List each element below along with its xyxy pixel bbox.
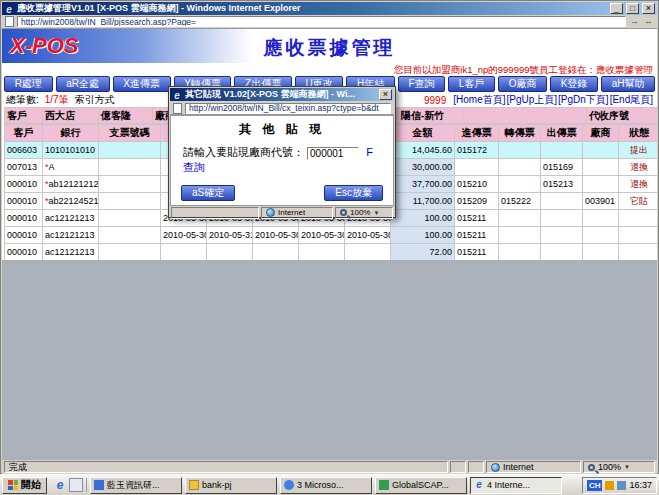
magnifier-icon [588, 464, 595, 471]
menu-button-9[interactable]: L客戶 [448, 76, 495, 92]
filter-extra-value: 9999 [424, 95, 446, 106]
chevron-down-icon: ▼ [373, 208, 379, 218]
menu-button-1[interactable]: R處理 [4, 76, 53, 92]
table-cell: 30,000.00 [391, 159, 455, 176]
address-input[interactable] [17, 16, 626, 27]
taskbar-button[interactable]: 藍玉資訊研... [90, 477, 182, 494]
clock: 16:37 [629, 480, 652, 490]
table-cell: 000010 [5, 176, 43, 193]
table-cell: 100.00 [391, 210, 455, 227]
dialog-buttons: aS確定 Esc放棄 [181, 185, 383, 201]
nav-link-4[interactable]: [End尾頁] [610, 94, 653, 105]
column-header: 轉傳票 [499, 125, 541, 142]
zoom-control[interactable]: 100% ▼ [583, 461, 655, 473]
dialog-close-button[interactable] [379, 89, 392, 100]
table-cell [619, 227, 658, 244]
start-button[interactable]: 開始 [2, 477, 47, 494]
nav-link-2[interactable]: [PgUp上頁] [506, 94, 557, 105]
discount-dialog: 其它貼現 V1.02[X-POS 雲端商務網] - Wi... 其 他 貼 現 … [168, 86, 396, 218]
column-header: 銀行 [43, 125, 99, 142]
refresh-icon[interactable]: ↔ [643, 16, 654, 27]
table-row[interactable]: 000010ac1212121372.00015211 [5, 244, 658, 261]
tray-icon[interactable] [605, 481, 614, 490]
taskbar-button[interactable]: bank-pj [185, 477, 277, 494]
table-cell: 000010 [5, 210, 43, 227]
table-cell: 退換 [619, 176, 658, 193]
nav-links: [Home首頁][PgUp上頁][PgDn下頁][End尾頁] [452, 93, 653, 107]
table-cell [99, 142, 161, 159]
table-cell [619, 210, 658, 227]
table-cell [99, 159, 161, 176]
table-cell [299, 244, 345, 261]
taskbar-tasks: 藍玉資訊研...bank-pj3 Microso...GlobalSCAP...… [90, 477, 579, 494]
table-cell: 015211 [455, 210, 499, 227]
maximize-button[interactable] [626, 3, 639, 14]
cancel-button[interactable]: Esc放棄 [324, 185, 383, 201]
column-header: 客戶 [5, 125, 43, 142]
tray-icon[interactable] [617, 481, 626, 490]
column-header: 金額 [391, 125, 455, 142]
dialog-prompt-row: 請輸入要貼現廠商代號： F查詢 [183, 145, 383, 175]
dialog-address-bar [170, 102, 394, 115]
index-mode-label: 索引方式 [75, 93, 115, 107]
taskbar-button-label: 4 Interne... [487, 480, 530, 490]
menu-button-8[interactable]: F查詢 [398, 76, 445, 92]
table-cell [99, 210, 161, 227]
vendor-code-input[interactable] [307, 147, 359, 160]
taskbar-button[interactable]: GlobalSCAP... [375, 477, 467, 494]
taskbar-button[interactable]: 4 Interne... [470, 477, 562, 494]
table-cell: 2010-05-30 [161, 227, 207, 244]
nav-link-3[interactable]: [PgDn下頁] [558, 94, 609, 105]
close-button[interactable] [642, 3, 655, 14]
minimize-button[interactable] [610, 3, 623, 14]
main-window: 應收票據管理V1.01 [X-POS 雲端商務網] - Windows Inte… [0, 0, 659, 474]
taskbar-button-label: 3 Microso... [297, 480, 344, 490]
dialog-heading: 其 他 貼 現 [171, 121, 393, 138]
status-pane [450, 461, 466, 473]
nav-link-1[interactable]: [Home首頁] [453, 94, 505, 105]
menu-button-2[interactable]: aR全處 [56, 76, 110, 92]
menu-button-3[interactable]: X進傳票 [113, 76, 171, 92]
dialog-body: 其 他 貼 現 請輸入要貼現廠商代號： F查詢 aS確定 Esc放棄 [170, 115, 394, 206]
taskbar-button-label: bank-pj [202, 480, 232, 490]
status-bar: 完成 Internet 100% ▼ [2, 460, 657, 474]
dialog-address-input[interactable] [185, 103, 391, 114]
menu-button-10[interactable]: O廠商 [498, 76, 547, 92]
table-cell: 2010-05-30 [345, 227, 391, 244]
ie-quicklaunch-icon[interactable] [53, 478, 67, 492]
ie-icon [172, 90, 182, 100]
table-cell [583, 244, 619, 261]
modified-marker: * [45, 162, 49, 172]
table-cell [619, 244, 658, 261]
go-icon[interactable]: → [629, 16, 640, 27]
column-header: 廠商 [583, 125, 619, 142]
menu-button-11[interactable]: K登錄 [550, 76, 598, 92]
confirm-button[interactable]: aS確定 [181, 185, 235, 201]
ie-icon [474, 480, 484, 490]
table-cell [99, 176, 161, 193]
table-cell: 14,045.60 [391, 142, 455, 159]
table-cell: 000010 [5, 227, 43, 244]
dialog-title: 其它貼現 V1.02[X-POS 雲端商務網] - Wi... [185, 88, 376, 101]
table-cell [99, 227, 161, 244]
table-cell: 72.00 [391, 244, 455, 261]
menu-button-12[interactable]: aH幫助 [601, 76, 655, 92]
table-cell: 015210 [455, 176, 499, 193]
table-cell: *ab12121212 [43, 176, 99, 193]
table-cell: 100.00 [391, 227, 455, 244]
zoom-level: 100% [598, 462, 621, 472]
record-count-value: 1/7筆 [45, 93, 69, 107]
table-cell [541, 193, 583, 210]
language-indicator[interactable]: CH [587, 480, 603, 491]
dialog-zoom-control[interactable]: 100% ▼ [335, 207, 393, 219]
screen: 應收票據管理V1.01 [X-POS 雲端商務網] - Windows Inte… [0, 0, 659, 495]
filter-cell: 億客隆 [98, 107, 152, 124]
column-header: 支票號碼 [99, 125, 161, 142]
table-cell: 015211 [455, 244, 499, 261]
filter-cell: 客戶 [4, 107, 42, 124]
show-desktop-icon[interactable] [69, 478, 83, 492]
table-cell [583, 159, 619, 176]
table-row[interactable]: 000010ac121212132010-05-302010-05-312010… [5, 227, 658, 244]
taskbar-button[interactable]: 3 Microso... [280, 477, 372, 494]
table-cell: *ab22124521 [43, 193, 99, 210]
